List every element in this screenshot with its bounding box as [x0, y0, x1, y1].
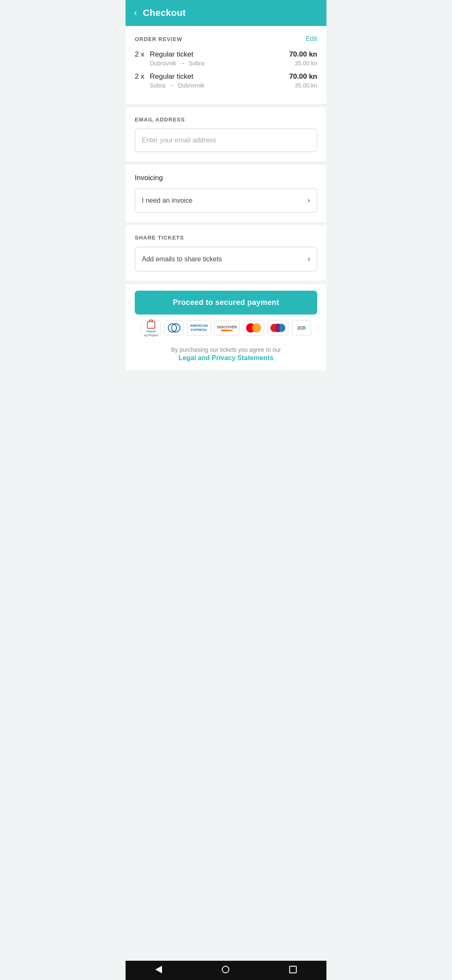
discover-icon: DISCOVER	[214, 320, 240, 335]
amex-icon: AMERICANEXPRESS	[187, 320, 211, 335]
android-nav-bar	[126, 961, 326, 980]
invoice-row[interactable]: I need an invoice ›	[135, 188, 317, 213]
nav-back-button[interactable]	[155, 966, 162, 973]
ticket-prices-1: 70.00 kn 35.00 kn	[289, 50, 317, 67]
header: ‹ Checkout	[126, 0, 326, 26]
nav-recent-button[interactable]	[289, 966, 297, 973]
invoicing-section: Invoicing I need an invoice ›	[126, 165, 326, 222]
maestro-icon	[267, 320, 288, 335]
ticket-name-1: Regular ticket	[150, 50, 204, 59]
ticket-info-2: Regular ticket Sobra → Dubrovnik	[150, 72, 204, 89]
share-tickets-section: SHARE TICKETS Add emails to share ticket…	[126, 225, 326, 281]
ticket-route-1: Dubrovnik → Sobra	[150, 60, 204, 67]
email-label: EMAIL ADDRESS	[135, 116, 317, 123]
order-review-section: ORDER REVIEW Edit 2 x Regular ticket Dub…	[126, 26, 326, 104]
ticket-total-2: 70.00 kn	[289, 72, 317, 81]
proceed-payment-button[interactable]: Proceed to secured payment	[135, 291, 317, 315]
diners-icon	[164, 320, 184, 335]
edit-button[interactable]: Edit	[306, 35, 317, 43]
ticket-qty-2: 2 x	[135, 72, 146, 89]
nav-home-button[interactable]	[222, 966, 229, 973]
legal-link[interactable]: Legal and Privacy Statements	[135, 354, 317, 362]
invoice-text: I need an invoice	[142, 197, 193, 204]
legal-text: By purchasing our tickets you agree to o…	[135, 346, 317, 354]
ticket-left: 2 x Regular ticket Dubrovnik → Sobra	[135, 50, 204, 67]
ticket-unit-1: 35.00 kn	[289, 60, 317, 67]
legal-section: By purchasing our tickets you agree to o…	[126, 341, 326, 370]
chevron-right-icon: ›	[308, 196, 310, 205]
ticket-unit-2: 35.00 kn	[289, 82, 317, 89]
monri-icon: monri by Payton	[141, 320, 161, 335]
page-title: Checkout	[143, 8, 186, 18]
ticket-row: 2 x Regular ticket Sobra → Dubrovnik 70.…	[135, 72, 317, 89]
ticket-name-2: Regular ticket	[150, 72, 204, 81]
ticket-prices-2: 70.00 kn 35.00 kn	[289, 72, 317, 89]
payment-icons: monri by Payton AMERICANEXPRESS DISCOVER	[126, 315, 326, 341]
invoicing-label: Invoicing	[135, 174, 317, 182]
jcb-icon: JCB	[292, 320, 311, 335]
ticket-row: 2 x Regular ticket Dubrovnik → Sobra 70.…	[135, 50, 317, 67]
ticket-info-1: Regular ticket Dubrovnik → Sobra	[150, 50, 204, 67]
share-tickets-row[interactable]: Add emails to share tickets ›	[135, 247, 317, 271]
email-section: EMAIL ADDRESS	[126, 107, 326, 161]
payment-section: Proceed to secured payment	[126, 284, 326, 315]
mastercard-icon	[243, 320, 264, 335]
back-button[interactable]: ‹	[134, 8, 137, 18]
share-tickets-text: Add emails to share tickets	[142, 255, 222, 263]
order-review-label: ORDER REVIEW	[135, 36, 182, 42]
order-review-header: ORDER REVIEW Edit	[135, 35, 317, 43]
ticket-total-1: 70.00 kn	[289, 50, 317, 59]
chevron-right-icon: ›	[308, 255, 310, 263]
share-tickets-label: SHARE TICKETS	[135, 235, 317, 241]
ticket-left: 2 x Regular ticket Sobra → Dubrovnik	[135, 72, 204, 89]
ticket-qty-1: 2 x	[135, 50, 146, 67]
email-input[interactable]	[135, 129, 317, 152]
ticket-route-2: Sobra → Dubrovnik	[150, 82, 204, 89]
